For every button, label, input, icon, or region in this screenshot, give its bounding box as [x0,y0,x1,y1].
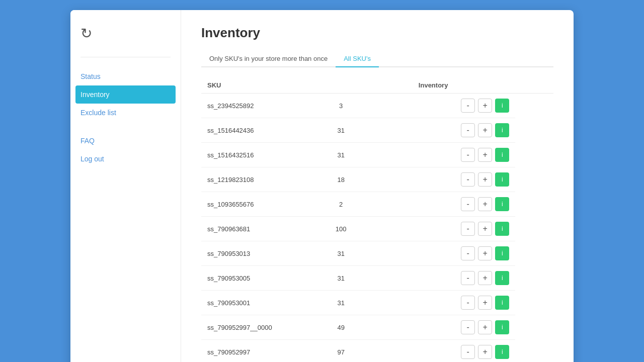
tabs-container: Only SKU's in your store more than once … [201,51,553,67]
sidebar-item-faq[interactable]: FAQ [70,132,181,150]
increment-button[interactable]: + [478,197,492,211]
sidebar-item-exclude-list[interactable]: Exclude list [70,104,181,122]
decrement-button[interactable]: - [461,123,475,137]
col-header-inventory: Inventory [313,77,553,94]
increment-button[interactable]: + [478,172,492,187]
increment-button[interactable]: + [478,99,492,113]
sidebar: ↻ Status Inventory Exclude list FAQ Log … [70,10,181,362]
tab-all-skus[interactable]: All SKU's [336,51,379,67]
sku-cell: ss_790953005 [201,266,313,291]
save-button[interactable]: i [495,320,509,334]
action-cell: - + i [369,217,515,241]
increment-button[interactable]: + [478,222,492,236]
save-button[interactable]: i [495,172,509,187]
table-row: ss_2394525892 3 - + i [201,94,553,118]
decrement-button[interactable]: - [461,99,475,113]
inventory-value: 18 [313,167,369,192]
action-cell: - + i [369,266,515,291]
decrement-button[interactable]: - [461,172,475,187]
decrement-button[interactable]: - [461,148,475,162]
table-row: ss_790953005 31 - + i [201,266,553,291]
decrement-button[interactable]: - [461,345,475,359]
table-row: ss_1093655676 2 - + i [201,192,553,217]
decrement-button[interactable]: - [461,246,475,260]
save-button[interactable]: i [495,246,509,260]
inventory-value: 31 [313,143,369,167]
sku-cell: ss_790953001 [201,291,313,315]
main-content: Inventory Only SKU's in your store more … [181,10,574,362]
sku-cell: ss_1093655676 [201,192,313,217]
increment-button[interactable]: + [478,123,492,137]
inventory-value: 100 [313,217,369,241]
save-button[interactable]: i [495,271,509,285]
table-row: ss_790953013 31 - + i [201,241,553,266]
inventory-value: 31 [313,118,369,143]
sidebar-divider [80,57,171,57]
action-cell: - + i [369,167,515,192]
table-row: ss_790953001 31 - + i [201,291,553,315]
sku-cell: ss_790952997__0000 [201,315,313,340]
inventory-value: 49 [313,315,369,340]
action-cell: - + i [369,118,515,143]
action-cell: - + i [369,315,515,340]
save-button[interactable]: i [495,197,509,211]
decrement-button[interactable]: - [461,197,475,211]
increment-button[interactable]: + [478,246,492,260]
app-window: ↻ Status Inventory Exclude list FAQ Log … [70,10,574,362]
sku-cell: ss_1516432516 [201,143,313,167]
inventory-value: 2 [313,192,369,217]
inventory-value: 31 [313,241,369,266]
save-button[interactable]: i [495,296,509,310]
sidebar-item-inventory[interactable]: Inventory [75,85,176,104]
decrement-button[interactable]: - [461,222,475,236]
sku-cell: ss_790963681 [201,217,313,241]
table-row: ss_790952997__0000 49 - + i [201,315,553,340]
sku-cell: ss_1219823108 [201,167,313,192]
page-title: Inventory [201,25,553,41]
increment-button[interactable]: + [478,320,492,334]
sidebar-item-status[interactable]: Status [70,67,181,85]
decrement-button[interactable]: - [461,296,475,310]
inventory-value: 31 [313,291,369,315]
save-button[interactable]: i [495,148,509,162]
table-row: ss_790952997 97 - + i [201,340,553,363]
sidebar-nav: Status Inventory Exclude list FAQ Log ou… [70,67,181,168]
save-button[interactable]: i [495,99,509,113]
sku-cell: ss_790952997 [201,340,313,363]
sidebar-item-logout[interactable]: Log out [70,150,181,168]
action-cell: - + i [369,241,515,266]
save-button[interactable]: i [495,345,509,359]
table-row: ss_790963681 100 - + i [201,217,553,241]
tab-duplicate-skus[interactable]: Only SKU's in your store more than once [201,51,336,67]
action-cell: - + i [369,192,515,217]
sku-cell: ss_1516442436 [201,118,313,143]
sku-cell: ss_2394525892 [201,94,313,118]
decrement-button[interactable]: - [461,271,475,285]
action-cell: - + i [369,94,515,118]
increment-button[interactable]: + [478,148,492,162]
inventory-value: 97 [313,340,369,363]
action-cell: - + i [369,291,515,315]
save-button[interactable]: i [495,123,509,137]
action-cell: - + i [369,143,515,167]
inventory-value: 31 [313,266,369,291]
save-button[interactable]: i [495,222,509,236]
increment-button[interactable]: + [478,296,492,310]
logo-area: ↻ [70,20,181,57]
action-cell: - + i [369,340,515,363]
increment-button[interactable]: + [478,345,492,359]
increment-button[interactable]: + [478,271,492,285]
inventory-value: 3 [313,94,369,118]
app-logo: ↻ [80,26,92,41]
decrement-button[interactable]: - [461,320,475,334]
table-row: ss_1516432516 31 - + i [201,143,553,167]
sku-cell: ss_790953013 [201,241,313,266]
col-header-sku: SKU [201,77,313,94]
table-row: ss_1219823108 18 - + i [201,167,553,192]
inventory-table: SKU Inventory ss_2394525892 3 - + i ss_1… [201,77,553,362]
table-row: ss_1516442436 31 - + i [201,118,553,143]
